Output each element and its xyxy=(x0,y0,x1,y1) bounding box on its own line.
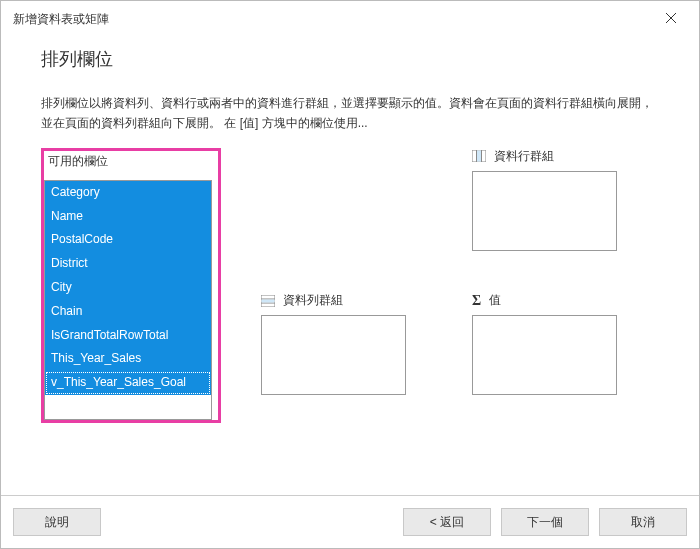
next-button[interactable]: 下一個 xyxy=(501,508,589,536)
titlebar: 新增資料表或矩陣 xyxy=(1,1,699,37)
content-area: 排列欄位 排列欄位以將資料列、資料行或兩者中的資料進行群組，並選擇要顯示的值。資… xyxy=(1,37,699,495)
back-button[interactable]: < 返回 xyxy=(403,508,491,536)
values-section: Σ 值 xyxy=(472,292,659,423)
column-groups-listbox[interactable] xyxy=(472,171,617,251)
row-groups-label: 資料列群組 xyxy=(261,292,448,309)
close-icon xyxy=(665,11,677,27)
sigma-icon: Σ xyxy=(472,293,481,309)
list-item[interactable]: District xyxy=(45,252,211,276)
highlight-frame: 可用的欄位 Category Name PostalCode District … xyxy=(41,148,221,423)
list-item[interactable]: Name xyxy=(45,205,211,229)
list-item[interactable]: City xyxy=(45,276,211,300)
list-item[interactable]: Category xyxy=(45,181,211,205)
list-item[interactable]: PostalCode xyxy=(45,228,211,252)
arrange-grid: 資料行群組 資料列群組 Σ 值 xyxy=(261,148,659,423)
available-fields-listbox[interactable]: Category Name PostalCode District City C… xyxy=(44,180,212,420)
list-item[interactable]: This_Year_Sales xyxy=(45,347,211,371)
page-heading: 排列欄位 xyxy=(41,47,659,71)
dialog-title: 新增資料表或矩陣 xyxy=(13,11,109,28)
available-fields-section: 可用的欄位 Category Name PostalCode District … xyxy=(41,148,221,423)
list-item[interactable]: Chain xyxy=(45,300,211,324)
row-groups-text: 資料列群組 xyxy=(283,292,343,309)
cancel-button[interactable]: 取消 xyxy=(599,508,687,536)
list-item[interactable]: IsGrandTotalRowTotal xyxy=(45,324,211,348)
column-groups-icon xyxy=(472,150,486,162)
svg-rect-5 xyxy=(477,151,481,162)
list-item[interactable]: v_This_Year_Sales_Goal xyxy=(45,371,211,395)
help-button[interactable]: 說明 xyxy=(13,508,101,536)
row-groups-section: 資料列群組 xyxy=(261,292,448,423)
svg-rect-9 xyxy=(262,299,275,302)
row-groups-listbox[interactable] xyxy=(261,315,406,395)
page-description: 排列欄位以將資料列、資料行或兩者中的資料進行群組，並選擇要顯示的值。資料會在頁面… xyxy=(41,93,659,134)
values-text: 值 xyxy=(489,292,501,309)
column-groups-text: 資料行群組 xyxy=(494,148,554,165)
close-button[interactable] xyxy=(655,5,687,33)
dialog-footer: 說明 < 返回 下一個 取消 xyxy=(1,495,699,548)
fields-layout: 可用的欄位 Category Name PostalCode District … xyxy=(41,148,659,423)
available-fields-label: 可用的欄位 xyxy=(44,151,218,174)
values-listbox[interactable] xyxy=(472,315,617,395)
column-groups-label: 資料行群組 xyxy=(472,148,659,165)
values-label: Σ 值 xyxy=(472,292,659,309)
column-groups-section: 資料行群組 xyxy=(472,148,659,279)
dialog-wizard: 新增資料表或矩陣 排列欄位 排列欄位以將資料列、資料行或兩者中的資料進行群組，並… xyxy=(0,0,700,549)
row-groups-icon xyxy=(261,295,275,307)
footer-right: < 返回 下一個 取消 xyxy=(403,508,687,536)
